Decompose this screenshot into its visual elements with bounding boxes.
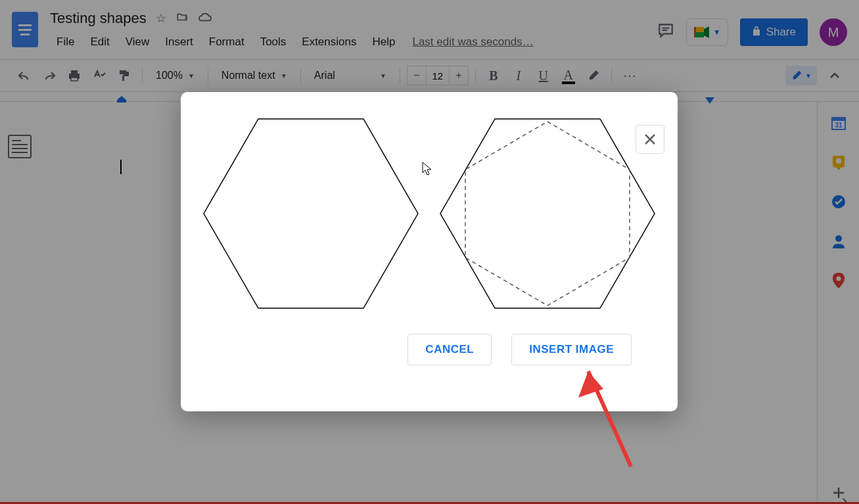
last-edit-link[interactable]: Last edit was seconds… bbox=[412, 35, 533, 49]
star-icon[interactable]: ☆ bbox=[156, 11, 166, 26]
maps-icon[interactable] bbox=[831, 273, 847, 288]
underline-button[interactable]: U bbox=[532, 64, 555, 87]
svg-rect-1 bbox=[696, 27, 704, 32]
editing-mode-button[interactable]: ▼ bbox=[785, 66, 817, 85]
menu-help[interactable]: Help bbox=[365, 33, 402, 51]
insert-image-button[interactable]: INSERT IMAGE bbox=[511, 334, 632, 365]
menu-file[interactable]: File bbox=[50, 33, 81, 51]
zoom-dropdown[interactable]: 100% ▼ bbox=[149, 67, 201, 84]
hexagon-shape-right bbox=[439, 118, 656, 309]
hexagon-shape-left bbox=[202, 118, 419, 309]
svg-point-16 bbox=[836, 277, 841, 281]
insert-image-dialog: CANCEL INSERT IMAGE bbox=[181, 92, 678, 411]
menu-view[interactable]: View bbox=[119, 33, 156, 51]
svg-marker-7 bbox=[117, 96, 126, 100]
calendar-icon[interactable]: 31 bbox=[831, 115, 847, 131]
font-dropdown[interactable]: Arial ▼ bbox=[308, 67, 393, 84]
dropdown-caret-icon: ▼ bbox=[281, 72, 287, 80]
menu-format[interactable]: Format bbox=[202, 33, 251, 51]
print-button[interactable] bbox=[63, 64, 85, 87]
share-label: Share bbox=[766, 26, 796, 39]
svg-marker-17 bbox=[204, 119, 418, 308]
font-size-decrease[interactable]: − bbox=[407, 66, 426, 85]
dropdown-caret-icon: ▼ bbox=[805, 72, 812, 80]
svg-point-15 bbox=[835, 235, 842, 242]
font-size-input[interactable] bbox=[426, 66, 450, 85]
tasks-icon[interactable] bbox=[831, 194, 847, 210]
spellcheck-button[interactable] bbox=[88, 64, 110, 87]
svg-rect-6 bbox=[71, 78, 78, 81]
meet-button[interactable]: ▼ bbox=[686, 18, 728, 46]
dropdown-caret-icon: ▼ bbox=[380, 72, 386, 80]
dropdown-caret-icon: ▼ bbox=[713, 28, 721, 37]
cancel-button[interactable]: CANCEL bbox=[407, 334, 492, 365]
font-size-increase[interactable]: + bbox=[450, 66, 468, 85]
bold-button[interactable]: B bbox=[482, 64, 505, 87]
comments-icon[interactable] bbox=[657, 22, 674, 43]
more-tools-button[interactable]: ⋯ bbox=[618, 64, 641, 87]
style-dropdown[interactable]: Normal text ▼ bbox=[215, 67, 294, 84]
document-title[interactable]: Testing shapes bbox=[50, 10, 147, 27]
paint-format-button[interactable] bbox=[113, 64, 135, 87]
svg-rect-0 bbox=[694, 27, 696, 37]
svg-rect-11 bbox=[832, 118, 845, 121]
annotation-arrow bbox=[572, 368, 638, 476]
close-button[interactable] bbox=[636, 125, 664, 154]
svg-marker-3 bbox=[704, 26, 709, 38]
redo-button[interactable] bbox=[38, 64, 60, 87]
outline-toggle-button[interactable] bbox=[8, 135, 32, 158]
svg-text:31: 31 bbox=[835, 122, 843, 129]
lock-icon bbox=[752, 26, 761, 39]
italic-button[interactable]: I bbox=[507, 64, 530, 87]
highlight-button[interactable] bbox=[582, 64, 605, 87]
svg-marker-18 bbox=[440, 119, 655, 308]
svg-point-13 bbox=[836, 158, 841, 164]
svg-rect-2 bbox=[696, 32, 704, 37]
svg-marker-19 bbox=[465, 122, 630, 306]
menu-tools[interactable]: Tools bbox=[254, 33, 293, 51]
docs-logo[interactable] bbox=[12, 12, 38, 47]
text-cursor bbox=[120, 160, 122, 174]
move-icon[interactable] bbox=[175, 11, 189, 26]
cloud-status-icon[interactable] bbox=[198, 11, 212, 26]
avatar[interactable]: M bbox=[820, 18, 847, 46]
mouse-cursor-icon bbox=[422, 162, 434, 179]
undo-button[interactable] bbox=[13, 64, 35, 87]
keep-icon[interactable] bbox=[831, 154, 847, 170]
menu-edit[interactable]: Edit bbox=[83, 33, 116, 51]
svg-rect-4 bbox=[71, 70, 78, 74]
share-button[interactable]: Share bbox=[740, 18, 808, 46]
text-color-button[interactable]: A bbox=[557, 64, 580, 87]
contacts-icon[interactable] bbox=[831, 233, 847, 249]
dropdown-caret-icon: ▼ bbox=[188, 72, 195, 80]
menu-insert[interactable]: Insert bbox=[158, 33, 200, 51]
menu-extensions[interactable]: Extensions bbox=[295, 33, 363, 51]
collapse-toolbar-button[interactable] bbox=[824, 64, 846, 87]
